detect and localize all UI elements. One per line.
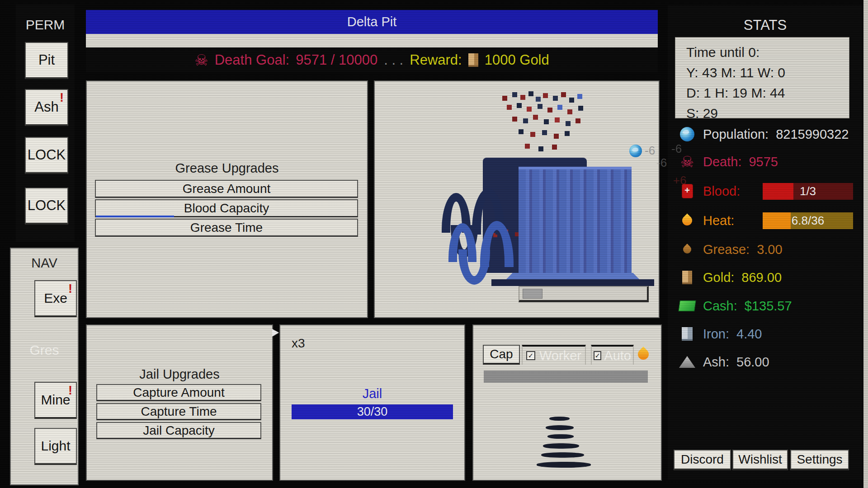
upgrade-button-grease-amount[interactable]: Grease Amount <box>95 180 358 198</box>
jail-capacity-bar: 30/30 <box>292 404 453 419</box>
floating-delta-text: +6 <box>673 174 687 188</box>
ash-pile-icon <box>679 356 696 368</box>
upgrade-button-capture-time[interactable]: Capture Time <box>96 403 261 420</box>
jail-upgrades-title: Jail Upgrades <box>87 367 272 382</box>
stat-label: Ash: <box>703 355 729 370</box>
perm-button-lock-1[interactable]: LOCK <box>25 137 68 174</box>
upgrade-button-grease-amount-label: Grease Amount <box>183 182 271 196</box>
stat-row-heat: Heat: 6.8/36 <box>679 211 856 230</box>
jail-status-panel: x3 Jail 30/30 <box>279 324 465 481</box>
stat-label: Blood: <box>703 184 740 199</box>
pit-tube <box>458 249 490 285</box>
pit-view-panel <box>374 80 660 318</box>
stat-row-blood: Blood: 1/3 <box>679 181 856 201</box>
jail-upgrades-panel: Jail Upgrades Capture Amount Capture Tim… <box>86 324 273 481</box>
wishlist-button[interactable]: Wishlist <box>732 450 788 470</box>
death-goal-bar: ☠ Death Goal: 9571 / 10000 . . . Reward:… <box>86 47 658 72</box>
stat-label: Population: <box>703 127 769 142</box>
cap-button[interactable]: Cap <box>483 345 520 365</box>
heat-bar: 6.8/36 <box>763 212 853 229</box>
stat-label: Cash: <box>703 299 737 314</box>
nav-title: NAV <box>11 256 78 271</box>
jail-multiplier: x3 <box>292 336 305 351</box>
stat-row-iron: Iron: 4.40 <box>679 324 856 344</box>
cap-button-label: Cap <box>490 347 513 361</box>
upgrade-button-capture-amount-label: Capture Amount <box>133 385 224 400</box>
stat-value: 8215990322 <box>776 127 849 142</box>
grease-upgrades-panel: Grease Upgrades Grease Amount Blood Capa… <box>86 80 368 318</box>
discord-button-label: Discord <box>681 452 724 467</box>
nav-panel: NAV ! Exe Gres ! Mine Light <box>10 248 79 485</box>
settings-button[interactable]: Settings <box>790 450 849 470</box>
crt-bezel-edge <box>863 0 868 488</box>
worker-stack-step <box>547 434 574 439</box>
upgrade-button-capture-time-label: Capture Time <box>141 404 217 419</box>
blood-bar-text: 1/3 <box>763 183 853 200</box>
checkmark-icon: ✓ <box>594 352 600 360</box>
stat-label: Gold: <box>703 270 734 285</box>
floating-delta-text: -6 <box>671 142 682 156</box>
nav-button-light[interactable]: Light <box>34 428 77 465</box>
perm-button-lock-2[interactable]: LOCK <box>25 188 68 225</box>
upgrade-button-capture-amount[interactable]: Capture Amount <box>96 384 261 401</box>
grease-upgrades-title: Grease Upgrades <box>87 161 367 176</box>
upgrade-button-jail-capacity-label: Jail Capacity <box>143 423 215 438</box>
iron-ingot-icon <box>679 327 696 341</box>
stat-value: 56.00 <box>736 355 769 370</box>
worker-stack-step <box>541 452 584 458</box>
upgrade-button-grease-time[interactable]: Grease Time <box>95 219 358 237</box>
perm-button-pit[interactable]: Pit <box>25 42 68 79</box>
upgrade-button-blood-capacity-label: Blood Capacity <box>184 201 269 216</box>
nav-button-mine[interactable]: ! Mine <box>34 382 77 419</box>
slider-thumb[interactable] <box>523 289 542 299</box>
perm-button-ash[interactable]: ! Ash <box>25 89 68 126</box>
discord-button[interactable]: Discord <box>674 450 731 470</box>
title-strip <box>86 34 658 47</box>
time-until-line: S: 29 <box>686 103 849 123</box>
cash-icon <box>679 300 696 311</box>
pit-zoom-slider[interactable] <box>519 286 649 302</box>
time-until-line: Time until 0: <box>686 42 849 62</box>
upgrade-progress-bar <box>96 216 174 217</box>
auto-checkbox[interactable]: ✓ <box>594 351 601 360</box>
stats-title: STATS <box>668 17 863 33</box>
time-until-box: Time until 0: Y: 43 M: 11 W: 0 D: 1 H: 1… <box>675 37 849 118</box>
flame-icon <box>636 347 651 362</box>
skull-icon: ☠ <box>679 154 696 169</box>
upgrade-button-jail-capacity[interactable]: Jail Capacity <box>96 422 261 439</box>
worker-checkbox[interactable]: ✓ <box>526 351 535 360</box>
stat-value: 3.00 <box>757 242 782 257</box>
perm-title: PERM <box>16 17 75 33</box>
game-screen: PERM Pit ! Ash LOCK LOCK NAV ! Exe Gres … <box>0 0 868 488</box>
nav-button-exe[interactable]: ! Exe <box>34 280 77 317</box>
worker-checkbox-group[interactable]: ✓ Worker <box>522 345 586 365</box>
population-floater: -6 <box>629 144 655 158</box>
jail-capacity-text: 30/30 <box>357 405 388 419</box>
checkmark-icon: ✓ <box>528 352 534 360</box>
falling-people-particles <box>489 91 494 96</box>
time-until-line: Y: 43 M: 11 W: 0 <box>686 62 849 83</box>
worker-stack-step <box>549 417 570 421</box>
gold-bar-icon <box>679 271 696 284</box>
worker-progress-bar <box>484 371 648 383</box>
nav-item-gres-disabled: Gres <box>11 343 78 358</box>
upgrade-button-blood-capacity[interactable]: Blood Capacity <box>95 199 358 217</box>
perm-button-pit-label: Pit <box>38 52 55 68</box>
stat-value: 869.00 <box>741 270 782 285</box>
mouse-cursor <box>272 329 279 337</box>
stat-label: Heat: <box>703 213 734 228</box>
auto-checkbox-group[interactable]: ✓ Auto <box>591 345 634 365</box>
globe-icon <box>679 127 696 141</box>
time-until-line: D: 1 H: 19 M: 44 <box>686 83 849 103</box>
death-goal-value: 9571 / 10000 <box>296 52 377 68</box>
alert-badge: ! <box>68 384 72 398</box>
stat-row-cash: Cash: $135.57 <box>679 296 856 316</box>
worker-stack-step <box>546 425 574 430</box>
stats-panel: STATS Time until 0: Y: 43 M: 11 W: 0 D: … <box>668 5 863 480</box>
wishlist-button-label: Wishlist <box>738 452 782 467</box>
blood-bar: 1/3 <box>763 183 853 200</box>
grease-drop-icon <box>679 245 696 253</box>
death-goal-label: Death Goal: <box>215 52 289 68</box>
settings-button-label: Settings <box>797 452 842 467</box>
pit-base-shadow <box>491 279 654 286</box>
